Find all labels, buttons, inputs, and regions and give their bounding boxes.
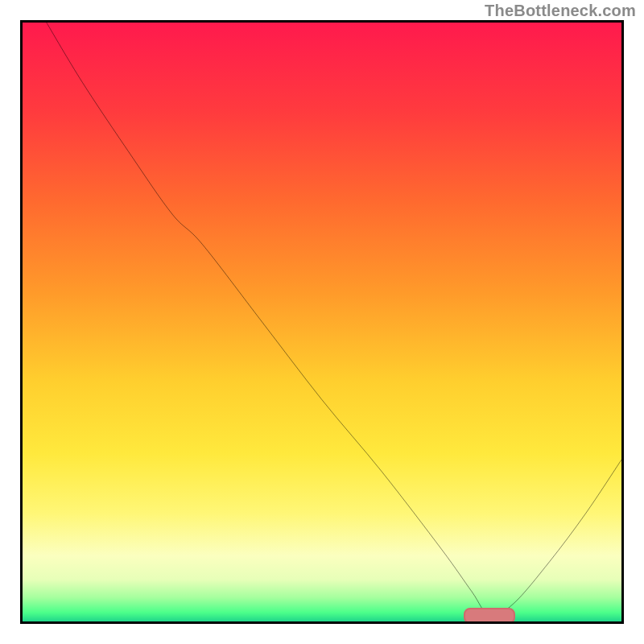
optimal-marker xyxy=(464,608,515,624)
watermark-text: TheBottleneck.com xyxy=(485,2,636,20)
chart-curve xyxy=(23,23,621,621)
chart-plot-area xyxy=(20,20,624,624)
